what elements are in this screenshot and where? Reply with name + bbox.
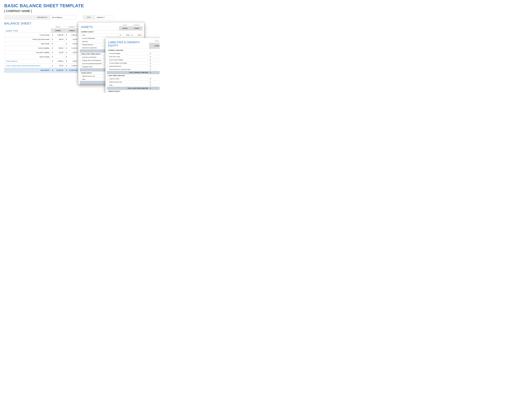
total-liab-equity-label: TOTAL LIABILITIES & STOCKHOLDER EQUITY [4,63,51,68]
table-row-label: Long-Term Liabilities [4,50,51,55]
list-item: Other [107,84,149,87]
prepared-by-block: PREPARED BY Brent Williams [4,15,76,19]
group-heading: OWNER'S EQUITY [107,90,160,93]
current-year-cell[interactable]: [ YEAR ] [65,28,79,33]
asset-type-label: ASSET TYPE [6,30,50,32]
table-cell[interactable]: $210.00 [65,37,79,41]
table-cell[interactable]: $- [51,55,65,59]
table-cell[interactable]: $- [149,65,160,68]
table-cell[interactable]: $2,606.00 [51,33,65,37]
table-cell[interactable]: $50.00 [119,34,131,37]
list-item: Income Taxes Payable [107,58,149,61]
group-heading: CURRENT LIABILITIES [107,49,160,52]
balance-prior: $2,233.00 [51,68,65,73]
page-title: BASIC BALANCE SHEET TEMPLATE [4,3,155,8]
table-cell[interactable]: $350.00 [51,37,65,41]
table-cell[interactable]: $60.00 [131,34,142,37]
list-item: Short-Term Loans [107,55,149,58]
list-item: Deferred Income Tax [107,80,149,84]
table-row-label: Other Assets [4,41,51,46]
table-cell[interactable]: $- [149,58,160,61]
total-liab-equity-prior: $723.00 [51,63,65,68]
total-assets-current: $210.00 [65,59,79,63]
table-cell[interactable]: $600.00 [51,46,65,50]
group-total-label: TOTAL LONG-TERM LIABILITIES [107,87,149,90]
date-label: DATE [83,15,95,19]
table-cell[interactable]: $- [65,55,79,59]
table-row-label: Current Liabilities [4,46,51,50]
balance-summary-table: PRIOR CURRENT ASSET TYPE [ YEAR ] [ YEAR… [4,26,79,73]
list-item: Current Portion of Long-Term Debt [107,68,149,71]
group-total-label: TOTAL CURRENT LIABILITIES [107,71,149,74]
date-block: DATE MM/DD/YY [83,15,114,19]
table-row-label: Owner's Equity [4,55,51,59]
list-item: Accounts Payable [107,52,149,55]
table-cell[interactable]: $- [149,61,160,65]
total-liab-equity-current: $1,248.00 [65,63,79,68]
table-cell[interactable]: $- [51,41,65,46]
total-assets-label: TOTAL ASSETS [4,59,51,63]
liabilities-panel-title: LIABILITIES & OWNER'S EQUITY [108,41,148,47]
prepared-by-label: PREPARED BY [4,15,50,19]
assets-panel-title: ASSETS [81,25,118,29]
table-cell[interactable]: $123.00 [65,50,79,55]
table-cell[interactable]: $- [149,77,160,80]
table-cell[interactable]: $123.00 [51,50,65,55]
table-cell[interactable]: $2,460.00 [65,33,79,37]
table-cell[interactable]: $210.00 [65,41,79,46]
table-row-label: Current Assets [4,33,51,37]
table-row-label: Fixed (Long-Term) Assets [4,37,51,41]
group-total-value: $600.00 [149,71,160,74]
col-prior-label: PRIOR [51,26,65,28]
table-cell[interactable]: $- [149,68,160,71]
list-item: Accrued Salaries and Wages [107,61,149,65]
total-assets-prior: $2,956.00 [51,59,65,63]
balance-label: BALANCE [4,68,51,73]
list-item: Cash [80,34,119,37]
table-cell[interactable]: $200.00 [149,55,160,58]
balance-current: $(1,038.00) [65,68,79,73]
liabilities-panel: LIABILITIES & OWNER'S EQUITY PRIOR [ YEA… [105,38,160,93]
company-name[interactable]: [ COMPANY NAME ] [4,9,155,13]
col-current-label: CURRENT [65,26,79,28]
date-value[interactable]: MM/DD/YY [95,15,114,19]
table-cell[interactable]: $- [149,84,160,87]
table-cell[interactable]: $123.00 [149,80,160,84]
group-heading: LONG-TERM LIABILITIES [107,74,160,77]
prepared-by-value[interactable]: Brent Williams [50,15,76,19]
list-item: Long-Term Debt [107,77,149,80]
list-item: Unearned Revenue [107,65,149,68]
table-cell[interactable]: $400.00 [149,52,160,55]
group-heading: CURRENT ASSETS [80,30,142,34]
group-total-value: $123.00 [149,87,160,90]
table-cell[interactable]: $1,125.00 [65,46,79,50]
prior-year-cell[interactable]: [ YEAR ] [51,28,65,33]
